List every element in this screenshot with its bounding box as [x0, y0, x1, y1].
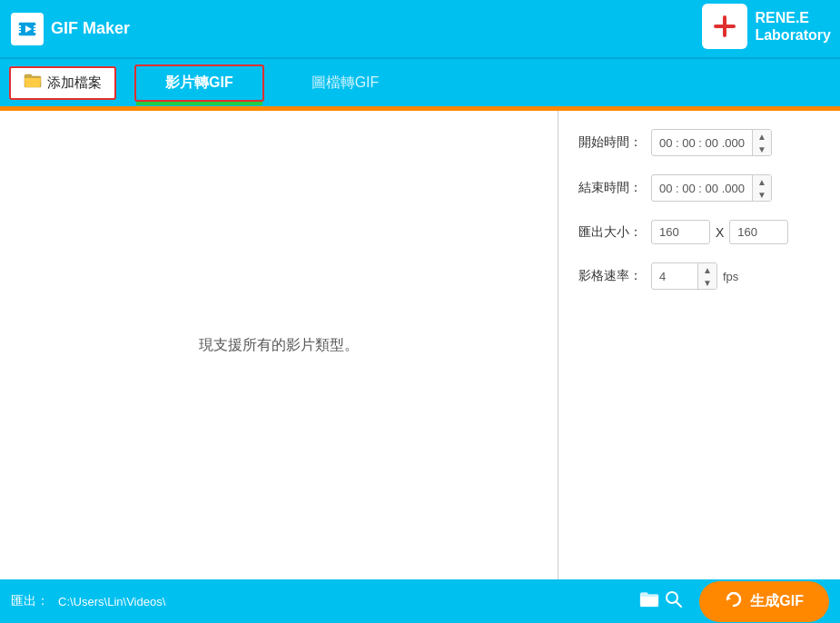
size-inputs: X — [651, 220, 788, 244]
tab-video-label: 影片轉GIF — [165, 74, 233, 90]
fps-down[interactable]: ▼ — [698, 276, 716, 289]
end-time-spinners: ▲ ▼ — [752, 175, 771, 201]
size-width-input[interactable] — [651, 220, 710, 244]
svg-point-11 — [667, 592, 677, 603]
start-time-down[interactable]: ▼ — [753, 143, 771, 155]
placeholder-text: 現支援所有的影片類型。 — [199, 336, 359, 355]
fps-up[interactable]: ▲ — [698, 263, 716, 276]
add-file-label: 添加檔案 — [47, 74, 102, 92]
svg-rect-4 — [18, 31, 21, 33]
start-time-input[interactable] — [652, 132, 752, 154]
svg-rect-7 — [34, 31, 36, 33]
size-x-separator: X — [716, 225, 724, 240]
app-icon — [11, 13, 44, 45]
export-size-row: 匯出大小： X — [577, 220, 822, 244]
export-size-label: 匯出大小： — [577, 224, 642, 241]
svg-rect-10 — [714, 25, 736, 28]
end-time-input-wrap: ▲ ▼ — [651, 174, 772, 202]
end-time-label: 結束時間： — [577, 180, 642, 196]
generate-gif-button[interactable]: 生成GIF — [699, 581, 829, 622]
add-file-button[interactable]: 添加檔案 — [9, 66, 116, 100]
fps-label: 影格速率： — [577, 268, 642, 284]
start-time-input-wrap: ▲ ▼ — [651, 129, 772, 156]
folder-browse-button[interactable] — [639, 591, 659, 612]
start-time-label: 開始時間： — [577, 134, 642, 151]
brand-logo: RENE.E Laboratory — [702, 4, 831, 49]
svg-rect-2 — [18, 25, 21, 27]
start-time-row: 開始時間： ▲ ▼ — [577, 129, 822, 156]
svg-rect-5 — [34, 25, 36, 27]
fps-unit: fps — [723, 270, 738, 283]
svg-rect-6 — [34, 28, 36, 30]
right-panel: 開始時間： ▲ ▼ 結束時間： ▲ ▼ 匯出大小： — [558, 111, 840, 579]
end-time-down[interactable]: ▼ — [753, 188, 771, 201]
search-button[interactable] — [665, 590, 683, 613]
main-content: 現支援所有的影片類型。 開始時間： ▲ ▼ 結束時間： ▲ ▼ — [0, 111, 840, 579]
fps-input[interactable] — [652, 265, 697, 288]
fps-spinners: ▲ ▼ — [697, 263, 716, 289]
fps-row: 影格速率： ▲ ▼ fps — [577, 262, 822, 290]
fps-input-wrap: ▲ ▼ — [651, 262, 717, 290]
end-time-up[interactable]: ▲ — [753, 175, 771, 188]
start-time-up[interactable]: ▲ — [753, 130, 771, 143]
toolbar: 添加檔案 影片轉GIF 圖檔轉GIF — [0, 57, 840, 106]
bottom-bar: 匯出： C:\Users\Lin\Videos\ 生成GIF — [0, 579, 840, 623]
svg-rect-3 — [18, 28, 21, 30]
refresh-icon — [725, 590, 743, 613]
left-panel: 現支援所有的影片類型。 — [0, 111, 558, 579]
titlebar: GIF Maker RENE.E Laboratory — [0, 0, 840, 57]
fps-controls: ▲ ▼ fps — [651, 262, 738, 290]
export-label: 匯出： — [11, 593, 49, 609]
bottom-icons — [639, 590, 683, 613]
tab-video-button[interactable]: 影片轉GIF — [134, 64, 264, 102]
brand-text: RENE.E Laboratory — [755, 9, 831, 44]
tab-image-button[interactable]: 圖檔轉GIF — [282, 66, 409, 100]
app-title: GIF Maker — [51, 19, 130, 38]
export-path: C:\Users\Lin\Videos\ — [58, 595, 630, 608]
brand-icon — [702, 4, 747, 49]
start-time-spinners: ▲ ▼ — [752, 130, 771, 155]
svg-line-12 — [677, 602, 681, 607]
tab-image-label: 圖檔轉GIF — [311, 74, 380, 90]
generate-label: 生成GIF — [750, 592, 804, 611]
end-time-row: 結束時間： ▲ ▼ — [577, 174, 822, 202]
folder-icon — [24, 74, 42, 93]
size-height-input[interactable] — [729, 220, 788, 244]
end-time-input[interactable] — [652, 177, 752, 200]
